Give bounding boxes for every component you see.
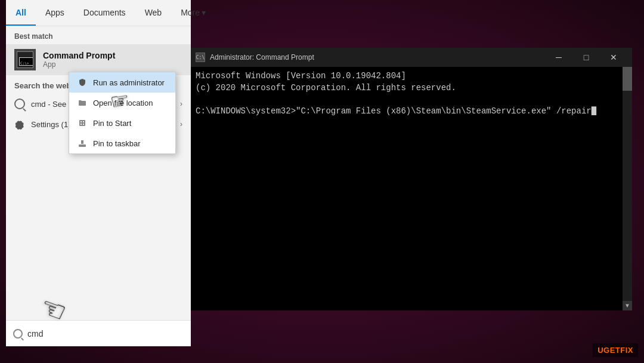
pin-taskbar-icon (78, 139, 87, 148)
cmd-content: Microsoft Windows [Version 10.0.19042.80… (191, 67, 632, 310)
tab-documents[interactable]: Documents (74, 0, 135, 26)
svg-rect-7 (81, 140, 83, 144)
cmd-titlebar: C:\ Administrator: Command Prompt ─ □ ✕ (191, 48, 632, 67)
cmd-title-icon: C:\ (196, 53, 205, 62)
watermark: UGETFIX (593, 343, 638, 357)
svg-rect-4 (80, 124, 82, 125)
pin-start-label: Pin to Start (93, 119, 131, 128)
shield-icon (78, 78, 87, 87)
tab-all[interactable]: All (6, 0, 36, 26)
cmd-app-name: Command Prompt (43, 51, 115, 60)
search-circle-icon (14, 99, 25, 109)
pin-start-icon (78, 118, 87, 128)
chevron-down-icon: ▾ (202, 8, 206, 17)
tab-web[interactable]: Web (135, 0, 172, 26)
cmd-controls: ─ □ ✕ (545, 48, 627, 67)
start-menu: All Apps Documents Web More ▾ Best match… (6, 0, 191, 346)
cmd-minimize-button[interactable]: ─ (545, 48, 572, 67)
folder-icon (78, 98, 87, 107)
cmd-scrollbar-thumb (623, 67, 632, 91)
cmd-icon-inner (17, 51, 33, 68)
watermark-prefix: UGET (597, 346, 620, 355)
run-admin-label: Run as administrator (93, 78, 165, 87)
svg-rect-1 (79, 120, 85, 126)
cmd-scrollbar-arrow-down[interactable]: ▼ (623, 301, 632, 310)
gear-icon (14, 119, 25, 130)
cmd-output: Microsoft Windows [Version 10.0.19042.80… (196, 70, 627, 117)
tab-apps[interactable]: Apps (36, 0, 74, 26)
pin-taskbar-label: Pin to taskbar (93, 139, 141, 148)
svg-rect-6 (79, 144, 86, 147)
settings-label: Settings (1) (31, 120, 70, 129)
cmd-window: C:\ Administrator: Command Prompt ─ □ ✕ … (191, 48, 632, 310)
cmd-scrollbar[interactable]: ▼ (623, 67, 632, 310)
search-bar-value[interactable]: cmd (27, 329, 43, 339)
svg-rect-0 (79, 101, 86, 106)
start-menu-tabs: All Apps Documents Web More ▾ (6, 0, 191, 26)
start-search-bar: cmd (6, 320, 191, 346)
cmd-app-icon (14, 49, 36, 70)
cmd-maximize-button[interactable]: □ (572, 48, 600, 67)
svg-rect-3 (83, 121, 84, 122)
context-menu-pin-taskbar[interactable]: Pin to taskbar (69, 133, 175, 153)
svg-rect-2 (80, 121, 82, 122)
cmd-close-button[interactable]: ✕ (600, 48, 627, 67)
chevron-right-icon: › (180, 100, 182, 108)
context-menu-pin-start[interactable]: Pin to Start (69, 113, 175, 133)
app-result-cmd[interactable]: Command Prompt App (6, 44, 191, 75)
settings-arrow-icon: › (180, 120, 182, 128)
tab-more[interactable]: More ▾ (171, 0, 215, 26)
svg-rect-5 (83, 124, 84, 125)
search-bar-icon (13, 329, 23, 339)
watermark-suffix: FIX (620, 346, 633, 355)
cmd-app-info: Command Prompt App (43, 51, 115, 69)
cmd-app-type: App (43, 60, 115, 69)
section-best-match: Best match (6, 26, 191, 44)
cmd-title-text: Administrator: Command Prompt (210, 53, 545, 61)
tab-more-label: More (181, 8, 200, 17)
